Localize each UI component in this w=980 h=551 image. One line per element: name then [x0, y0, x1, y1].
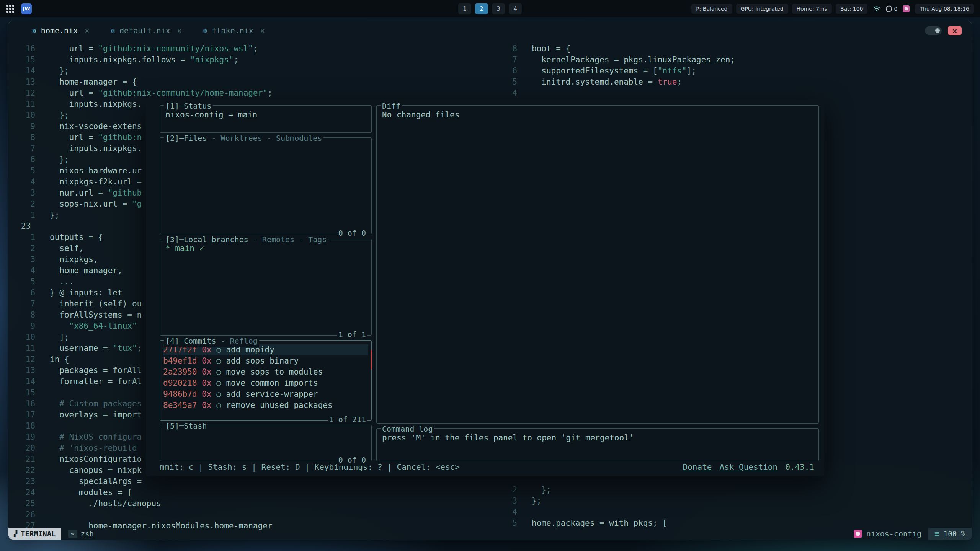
- files-title-extra: - Worktrees - Submodules: [207, 134, 322, 143]
- commit-graph-bullet: ○: [216, 401, 221, 410]
- code-text: inputs.nixpkgs.: [35, 143, 142, 154]
- line-number: 22: [8, 465, 35, 476]
- lazygit-diff-panel[interactable]: Diff No changed files: [376, 105, 819, 424]
- workspace-button-4[interactable]: 4: [509, 3, 522, 14]
- code-text: self,: [35, 243, 84, 254]
- tab-default.nix[interactable]: ❄default.nix×: [111, 26, 181, 35]
- donate-link[interactable]: Donate: [683, 462, 712, 473]
- line-number: 23: [8, 476, 35, 487]
- line-number: 26: [8, 509, 35, 520]
- tab-label: flake.nix: [212, 26, 253, 35]
- commit-message: remove unused packages: [226, 401, 332, 410]
- window-toggle[interactable]: [925, 26, 942, 35]
- commit-hash: d920218: [163, 378, 197, 388]
- line-number: 18: [8, 421, 35, 432]
- shell-tab[interactable]: ✎ zsh: [61, 528, 101, 540]
- lazygit-status-panel[interactable]: [1]─Status nixos-config → main: [160, 105, 372, 133]
- status-segment-0[interactable]: P: Balanced: [691, 4, 732, 14]
- commits-scrollbar[interactable]: [371, 350, 372, 370]
- line-number: 4: [490, 507, 517, 518]
- volume-widget[interactable]: ≡ 100 %: [928, 528, 972, 540]
- commit-row[interactable]: 9486b7d 0x ○ add service-wrapper: [163, 389, 368, 400]
- apps-grid-icon[interactable]: [6, 5, 14, 13]
- code-text: supportedFilesystems = ["ntfs"];: [517, 65, 696, 77]
- status-segment-3[interactable]: Bat: 100: [836, 4, 868, 14]
- code-text: [517, 507, 532, 518]
- editor-area[interactable]: 16 url = "github:nix-community/nixos-wsl…: [8, 40, 972, 528]
- line-number: 11: [8, 99, 35, 110]
- tab-close-icon[interactable]: ×: [85, 26, 89, 35]
- line-number: 7: [8, 298, 35, 310]
- code-line: 6 supportedFilesystems = ["ntfs"];: [490, 65, 972, 77]
- code-text: url = "github:n: [35, 132, 142, 143]
- tab-close-icon[interactable]: ×: [177, 26, 182, 35]
- commit-message: add sops binary: [226, 356, 299, 365]
- line-number: 8: [8, 310, 35, 321]
- window-controls: ×: [925, 26, 962, 35]
- lazygit-command-log-panel[interactable]: Command log press 'M' in the files panel…: [376, 428, 819, 461]
- commit-row[interactable]: b49ef1d 0x ○ add sops binary: [163, 355, 368, 367]
- code-line: 25 ./hosts/canopus: [8, 498, 490, 509]
- nix-snowflake-icon: ❄: [32, 27, 36, 35]
- editor-pane-right-bottom[interactable]: 2 };3};45home.packages = with pkgs; [: [490, 484, 972, 529]
- commit-hash: b49ef1d: [163, 356, 197, 365]
- app-logo[interactable]: JW: [21, 3, 32, 14]
- tab-close-icon[interactable]: ×: [260, 26, 265, 35]
- code-text: # 'nixos-rebuild: [35, 443, 137, 454]
- tab-label: home.nix: [41, 26, 78, 35]
- code-text: ...: [35, 276, 74, 287]
- line-number: 1: [8, 232, 35, 243]
- wifi-icon[interactable]: [873, 6, 880, 12]
- ask-question-link[interactable]: Ask Question: [719, 462, 777, 473]
- window-close-button[interactable]: ×: [948, 26, 962, 35]
- line-number: 12: [8, 354, 35, 365]
- code-line: 24 modules = [: [8, 487, 490, 498]
- workspace-button-1[interactable]: 1: [458, 3, 471, 14]
- lazygit-branches-panel[interactable]: [3]─Local branches - Remotes - Tags * ma…: [160, 239, 372, 336]
- topbar-left: JW: [6, 3, 32, 14]
- status-panel-title: [1]─Status: [164, 101, 213, 112]
- code-text: # NixOS configura: [35, 432, 142, 443]
- status-segment-1[interactable]: GPU: Integrated: [736, 4, 788, 14]
- nix-snowflake-icon: ❄: [111, 27, 115, 35]
- line-number: 7: [490, 54, 517, 65]
- code-text: username = "tux";: [35, 343, 142, 354]
- line-number: 13: [8, 77, 35, 88]
- lazygit-stash-panel[interactable]: [5]─Stash 0 of 0: [160, 425, 372, 461]
- workspace-button-3[interactable]: 3: [492, 3, 505, 14]
- shield-icon[interactable]: 0: [886, 5, 897, 12]
- code-line: 3};: [490, 496, 972, 507]
- line-number: 4: [490, 88, 517, 99]
- clock[interactable]: Thu Aug 08, 18:16: [915, 4, 974, 14]
- line-number: 3: [8, 254, 35, 265]
- color-app-icon[interactable]: [903, 5, 910, 12]
- branches-title-extra: - Remotes - Tags: [248, 235, 327, 244]
- commit-row[interactable]: 2a23950 0x ○ move sops to modules: [163, 367, 368, 378]
- diff-content: No changed files: [377, 106, 818, 124]
- commits-title-extra: - Reflog: [216, 336, 257, 346]
- editor-pane-right[interactable]: 8boot = {7 kernelPackages = pkgs.linuxPa…: [490, 40, 972, 99]
- commit-row[interactable]: d920218 0x ○ move common imports: [163, 378, 368, 389]
- code-text: nix-vscode-extens: [35, 121, 142, 132]
- commit-graph-bullet: ○: [216, 378, 221, 388]
- status-segment-2[interactable]: Home: 7ms: [792, 4, 832, 14]
- pencil-icon: ✎: [68, 530, 77, 538]
- workspace-button-2[interactable]: 2: [475, 3, 488, 14]
- code-line: 2 };: [490, 484, 972, 496]
- tab-flake.nix[interactable]: ❄flake.nix×: [203, 26, 265, 35]
- code-text: nixpkgs-f2k.url =: [35, 176, 142, 187]
- line-number: 24: [8, 487, 35, 498]
- lazygit-files-panel[interactable]: [2]─Files - Worktrees - Submodules 0 of …: [160, 137, 372, 234]
- lazygit-commits-panel[interactable]: [4]─Commits - Reflog 2717f2f 0x ○ add mo…: [160, 340, 372, 421]
- line-number: 16: [8, 43, 35, 54]
- tab-home.nix[interactable]: ❄home.nix×: [32, 26, 89, 35]
- line-number: 15: [8, 387, 35, 398]
- line-number: 2: [490, 484, 517, 496]
- commit-row[interactable]: 8e345a7 0x ○ remove unused packages: [163, 400, 368, 411]
- code-text: modules = [: [35, 487, 132, 498]
- code-text: inputs.nixpkgs.: [35, 99, 142, 110]
- desktop: JW 1234 P: BalancedGPU: IntegratedHome: …: [0, 0, 980, 551]
- mode-icon: ▞: [14, 530, 17, 537]
- line-number: 4: [8, 176, 35, 187]
- code-text: canopus = nixpk: [35, 465, 142, 476]
